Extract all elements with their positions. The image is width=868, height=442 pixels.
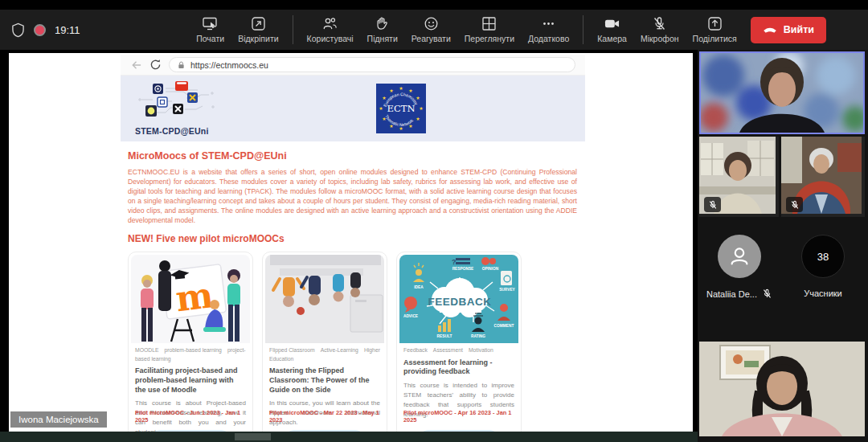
course-dates: Pilot microMOOC - Mar 22 2023 - May 1 20… xyxy=(269,409,380,424)
participants-label: Учасники xyxy=(804,289,842,298)
shared-screen: https://ectnmoocs.eu xyxy=(9,53,693,432)
mic-muted-icon xyxy=(652,16,667,31)
stem-cpd-logo xyxy=(137,80,217,122)
mic-muted-badge xyxy=(786,197,803,212)
reload-icon[interactable] xyxy=(149,59,162,71)
course-image-feedback: FEEDBACK ? xyxy=(399,255,518,343)
course-dates: Pilot microMOOC - Apr 16 2023 - Jan 1 20… xyxy=(403,409,514,424)
svg-text:IDEA: IDEA xyxy=(414,285,424,289)
phone-hangup-icon xyxy=(763,26,777,35)
recording-indicator-icon xyxy=(34,24,46,36)
course-card-feedback: FEEDBACK ? xyxy=(396,252,522,442)
share-button[interactable]: Поділитися xyxy=(693,16,737,43)
presenter-name-tag: Iwona Maciejowska xyxy=(10,411,107,428)
course-title: Facilitating project-based and problem-b… xyxy=(135,366,246,395)
svg-text:★: ★ xyxy=(416,117,420,121)
lock-icon xyxy=(177,60,186,70)
svg-text:SURVEY: SURVEY xyxy=(499,288,515,292)
camera-button[interactable]: Камера xyxy=(597,16,627,43)
svg-text:m: m xyxy=(174,274,215,319)
share-up-icon xyxy=(707,16,723,31)
participant-tile-nataliia[interactable]: Nataliia De... xyxy=(698,235,781,299)
svg-text:RESPONSE: RESPONSE xyxy=(452,267,474,271)
page-title: MicroMoocs of STEM-CPD@EUni xyxy=(128,150,577,162)
avatar xyxy=(718,235,761,278)
mic-muted-icon xyxy=(762,289,772,299)
course-card-flipped: Flipped ClassroomActive-LearningHigher E… xyxy=(262,252,387,442)
participants-count-tile[interactable]: 38 Учасники xyxy=(781,235,865,298)
svg-text:COMMENT: COMMENT xyxy=(494,324,514,328)
course-card-moodle: m xyxy=(128,252,253,442)
browser-chrome: https://ectnmoocs.eu xyxy=(121,55,585,76)
unpin-button[interactable]: Відкріпити xyxy=(238,16,278,43)
toolbar-divider xyxy=(293,15,293,44)
svg-text:★: ★ xyxy=(399,86,403,91)
meeting-info: 19:11 xyxy=(11,23,80,38)
start-share-button[interactable]: Почати xyxy=(196,16,224,43)
video-tile-active-speaker[interactable] xyxy=(699,51,865,134)
microphone-button[interactable]: Мікрофон xyxy=(641,16,679,43)
course-dates: Pilot microMOOC - Jun 1 2023 - Jan 1 202… xyxy=(135,409,246,424)
person-icon xyxy=(727,244,751,268)
svg-text:FEEDBACK: FEEDBACK xyxy=(428,296,491,308)
video-tile-participant-3[interactable] xyxy=(781,137,865,217)
toolbar-buttons: Почати Відкріпити Користувачі xyxy=(196,15,826,44)
course-tags: MOODLEproblem-based learningproject-base… xyxy=(135,346,246,363)
video-tile-participant-4[interactable] xyxy=(699,342,865,436)
svg-text:ECTN: ECTN xyxy=(387,103,416,114)
stem-cpd-logo-text: STEM-CPD@EUni xyxy=(135,126,209,136)
view-grid-icon xyxy=(481,16,497,31)
meeting-timer: 19:11 xyxy=(55,24,80,36)
course-image-moodle: m xyxy=(131,255,250,343)
more-button[interactable]: Додатково xyxy=(528,16,569,43)
more-dots-icon xyxy=(541,16,556,31)
svg-text:ADVICE: ADVICE xyxy=(403,314,419,318)
svg-text:RATING: RATING xyxy=(471,334,485,338)
camera-icon xyxy=(604,16,620,31)
taskbar-segment xyxy=(235,433,271,440)
back-icon[interactable] xyxy=(130,59,142,71)
svg-text:★: ★ xyxy=(419,106,423,111)
security-shield-icon xyxy=(11,23,25,38)
participants-button[interactable]: Користувачі xyxy=(307,16,354,43)
section-heading: NEW! Five new pilot microMOOCs xyxy=(128,233,577,244)
course-title: Mastering the Flipped Classroom: The Pow… xyxy=(269,366,380,395)
course-cards: m xyxy=(128,252,577,442)
svg-text:?: ? xyxy=(452,258,457,266)
course-tags: FeedbackAssessmentMotivation xyxy=(403,346,514,355)
participants-count-badge: 38 xyxy=(801,235,845,278)
video-tile-participant-2[interactable] xyxy=(699,137,779,217)
site-body: MicroMoocs of STEM-CPD@EUni ECTNMOOC.EU … xyxy=(121,141,585,442)
course-image-flipped xyxy=(265,255,384,343)
address-bar[interactable]: https://ectnmoocs.eu xyxy=(169,57,575,72)
svg-text:★: ★ xyxy=(408,88,412,93)
raise-hand-icon xyxy=(375,16,390,31)
course-title: Assessment for learning - providing feed… xyxy=(403,358,514,377)
ectn-logo: ★★★ ★★★ ★★★ ★★★ European Chemistry Thema… xyxy=(376,84,426,133)
svg-text:OPINION: OPINION xyxy=(482,267,499,271)
unpin-icon xyxy=(251,16,266,31)
toolbar-divider xyxy=(583,15,583,44)
leave-button[interactable]: Вийти xyxy=(751,17,826,43)
participant-video xyxy=(699,342,865,436)
site-header: STEM-CPD@EUni ★★★ ★★★ ★★★ ★★★ European C… xyxy=(121,76,585,141)
raise-hand-button[interactable]: Підняти xyxy=(367,16,398,43)
taskbar-strip xyxy=(0,432,698,442)
view-button[interactable]: Переглянути xyxy=(465,16,514,43)
speaker-video xyxy=(701,53,863,133)
react-smiley-icon xyxy=(424,16,439,31)
svg-text:★: ★ xyxy=(379,106,383,111)
mic-muted-badge xyxy=(704,197,721,212)
share-screen-icon xyxy=(203,16,218,31)
participants-icon xyxy=(322,16,338,31)
meeting-toolbar: 19:11 Почати Відкріпити xyxy=(0,10,868,50)
course-tags: Flipped ClassroomActive-LearningHigher E… xyxy=(269,346,380,363)
url-text: https://ectnmoocs.eu xyxy=(190,60,268,70)
participant-name-label: Nataliia De... xyxy=(706,289,772,299)
svg-text:★: ★ xyxy=(389,88,393,93)
meeting-window: 19:11 Почати Відкріпити xyxy=(0,0,868,442)
intro-paragraph: ECTNMOOC.EU is a website that offers a s… xyxy=(128,167,577,225)
react-button[interactable]: Реагувати xyxy=(411,16,451,43)
browser-window: https://ectnmoocs.eu xyxy=(121,55,585,442)
svg-text:RESULT: RESULT xyxy=(437,334,452,338)
